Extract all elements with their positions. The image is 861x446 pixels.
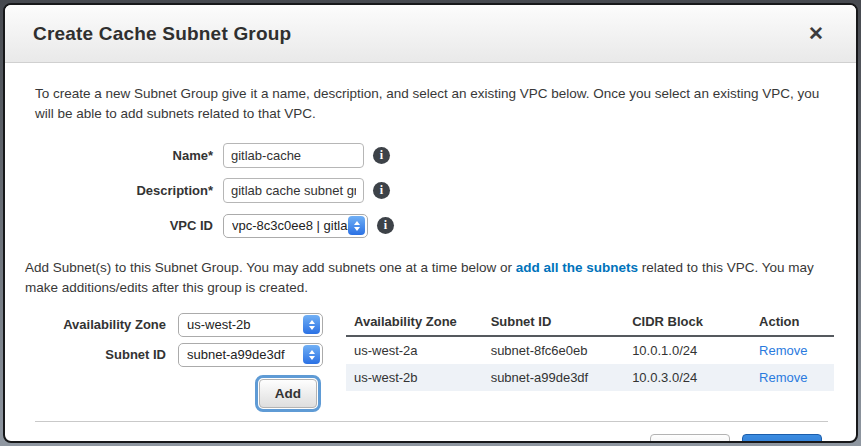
remove-link[interactable]: Remove — [759, 370, 807, 385]
table-row: us-west-2a subnet-8fc6e0eb 10.0.1.0/24 R… — [346, 336, 834, 364]
name-row: Name* i — [5, 138, 856, 173]
availability-zone-label: Availability Zone — [25, 317, 166, 332]
description-label: Description* — [5, 183, 213, 198]
instructions-before-link: Add Subnet(s) to this Subnet Group. You … — [25, 260, 516, 275]
select-stepper-icon — [303, 345, 320, 364]
add-button[interactable]: Add — [259, 379, 317, 408]
dialog-intro-text: To create a new Subnet Group give it a n… — [35, 84, 828, 124]
subnets-table-container: Availability Zone Subnet ID CIDR Block A… — [346, 310, 834, 408]
dialog-header: Create Cache Subnet Group ✕ — [5, 5, 856, 63]
table-header-row: Availability Zone Subnet ID CIDR Block A… — [346, 310, 834, 336]
cell-action: Remove — [751, 336, 834, 364]
subnet-id-label: Subnet ID — [25, 347, 166, 362]
cell-action: Remove — [751, 364, 834, 391]
description-row: Description* i — [5, 173, 856, 208]
dialog-title: Create Cache Subnet Group — [33, 23, 804, 45]
cell-availability-zone: us-west-2b — [346, 364, 483, 391]
subnets-table: Availability Zone Subnet ID CIDR Block A… — [346, 310, 834, 391]
subnet-picker-area: Availability Zone us-west-2b Subnet ID s… — [25, 310, 834, 408]
cancel-button[interactable]: Cancel — [650, 434, 730, 443]
name-label: Name* — [5, 148, 213, 163]
create-button[interactable]: Create — [742, 434, 822, 443]
cell-availability-zone: us-west-2a — [346, 336, 483, 364]
cell-subnet-id: subnet-a99de3df — [483, 364, 625, 391]
dialog-footer: Cancel Create — [5, 422, 856, 443]
availability-zone-select[interactable]: us-west-2b — [178, 313, 323, 337]
add-all-subnets-link[interactable]: add all the subnets — [516, 260, 638, 275]
subnet-picker-controls: Availability Zone us-west-2b Subnet ID s… — [25, 310, 325, 408]
vpc-id-selected-value: vpc-8c3c0ee8 | gitlab — [232, 218, 348, 233]
header-availability-zone: Availability Zone — [346, 310, 483, 336]
table-row: us-west-2b subnet-a99de3df 10.0.3.0/24 R… — [346, 364, 834, 391]
info-icon[interactable]: i — [377, 217, 394, 234]
subnet-id-row: Subnet ID subnet-a99de3df — [25, 340, 325, 369]
add-button-row: Add — [25, 379, 325, 408]
vpc-id-label: VPC ID — [5, 218, 213, 233]
remove-link[interactable]: Remove — [759, 343, 807, 358]
form-area: Name* i Description* i VPC ID vpc-8c3c0e… — [5, 138, 856, 243]
create-cache-subnet-group-dialog: Create Cache Subnet Group ✕ To create a … — [3, 3, 858, 443]
select-stepper-icon — [348, 216, 365, 235]
vpc-id-row: VPC ID vpc-8c3c0ee8 | gitlab i — [5, 208, 856, 243]
vpc-id-select[interactable]: vpc-8c3c0ee8 | gitlab — [223, 214, 368, 238]
name-input[interactable] — [223, 143, 364, 168]
availability-zone-row: Availability Zone us-west-2b — [25, 310, 325, 339]
header-subnet-id: Subnet ID — [483, 310, 625, 336]
cell-cidr-block: 10.0.3.0/24 — [624, 364, 751, 391]
header-cidr-block: CIDR Block — [624, 310, 751, 336]
header-action: Action — [751, 310, 834, 336]
subnet-id-selected-value: subnet-a99de3df — [187, 347, 303, 362]
select-stepper-icon — [303, 315, 320, 334]
close-icon[interactable]: ✕ — [804, 22, 828, 45]
cell-cidr-block: 10.0.1.0/24 — [624, 336, 751, 364]
cell-subnet-id: subnet-8fc6e0eb — [483, 336, 625, 364]
description-input[interactable] — [223, 178, 364, 203]
info-icon[interactable]: i — [373, 147, 390, 164]
info-icon[interactable]: i — [373, 182, 390, 199]
availability-zone-selected-value: us-west-2b — [187, 317, 303, 332]
add-subnet-instructions: Add Subnet(s) to this Subnet Group. You … — [25, 258, 832, 298]
subnet-id-select[interactable]: subnet-a99de3df — [178, 343, 323, 367]
